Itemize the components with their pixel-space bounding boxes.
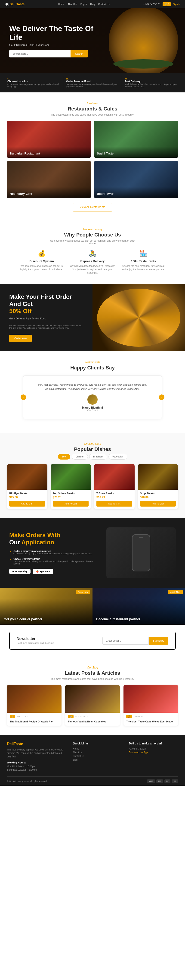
footer-link-home[interactable]: Home [73,748,122,750]
dish-name-sirloin: Top Sirloin Steaks [53,492,89,495]
step-num-2: 02. [66,78,119,80]
blog-meta-2: ☕ Nov 15, 2022 [65,713,120,719]
blog-grid: 🥧 Dec 21, 2022 The Traditional Recipe Of… [7,685,178,725]
nav-contact[interactable]: Contact Us [98,3,109,6]
restaurant-card-beer[interactable]: Beer Power [94,161,178,198]
add-to-cart-ribeye[interactable]: Add To Cart [9,501,45,507]
nav-home[interactable]: Home [58,3,65,6]
dish-price-tbone: $18.99 [96,496,132,499]
footer-link-blog[interactable]: Blog [73,759,122,761]
nav-signin[interactable]: Sign In [173,3,180,6]
promo-order-button[interactable]: Order Now [9,335,32,342]
discount-icon: 💰 [19,250,65,257]
partner-card-restaurant[interactable]: Become a restaurant partner Apply Now [93,588,185,625]
add-to-cart-strip[interactable]: Add To Cart [140,501,176,507]
hero-subtitle: Get It Delivered Right To Your Door. [9,43,176,46]
footer-brand: DeliTaste This food delivery app can you… [7,742,66,772]
restaurants-title: Restaurants & Cafes [7,106,178,112]
hero-burger-image [109,8,178,73]
blog-card-2[interactable]: ☕ Nov 15, 2022 Famous Vanilla Bean Cupca… [65,685,120,725]
dish-price-strip: $16.89 [140,496,176,499]
logo-text-1: Deli [9,2,16,6]
newsletter-submit-button[interactable]: Subscribe [149,637,168,644]
search-button[interactable]: Search [71,50,88,57]
blog-category-2: ☕ [68,715,74,718]
footer-link-about[interactable]: About Us [73,751,122,754]
app-title-highlight: Application [22,539,54,546]
restaurants-section: Featured Restaurants & Cafes The best re… [0,92,185,218]
testimonial-role: Our Client [37,409,148,412]
footer-logo: DeliTaste [7,742,66,746]
promo-subtitle: Get It Delivered Right To Your Door. [9,317,83,320]
blog-date-2: Nov 15, 2022 [75,715,88,718]
footer-top: DeliTaste This food delivery app can you… [7,742,178,776]
dish-price-ribeye: $15.00 [9,496,45,499]
app-store-button[interactable]: 🍎 App Store [33,569,53,574]
testimonials-title: Happy Clients Say [7,365,178,371]
blog-image-2 [65,685,120,713]
partner-title-2: Become a restaurant partner [96,617,181,621]
testimonials-section: Testimonials Happy Clients Say ‹ Very fa… [0,352,185,433]
testimonial-prev-button[interactable]: ‹ [21,395,26,400]
dishes-label: Chasing taste [7,442,178,445]
nav-pages[interactable]: Pages [81,3,87,6]
newsletter-box: Newsletter Don't miss promotions and dis… [9,632,176,650]
why-item-desc-2: We'll delivered the food when you first … [70,264,115,275]
partner-card-courier[interactable]: Get you a courier partner Apply Now [0,588,93,625]
logo[interactable]: 🍽️ DeliTaste [5,2,25,6]
partner-apply-btn-1[interactable]: Apply Now [76,590,90,594]
why-item-title-1: Discount System [19,259,65,263]
newsletter-title: Newsletter [17,637,55,641]
dish-info-ribeye: Rib-Eye Steaks $15.00 Add To Cart [7,490,47,509]
step-title-3: Fast Delivery [125,80,178,83]
nav-about[interactable]: About Us [68,3,77,6]
blog-card-1[interactable]: 🥧 Dec 21, 2022 The Traditional Recipe Of… [7,685,62,725]
footer-phone: +1-94 647 52 25 [129,748,178,750]
google-play-icon: ▶ [13,570,14,573]
dish-card-ribeye: Rib-Eye Steaks $15.00 Add To Cart [7,464,47,509]
partner-apply-btn-2[interactable]: Apply Now [168,590,183,594]
promo-title: Make Your First Order And Get 50% Off [9,293,83,315]
app-feature-title-2: Check Delivery Status [13,557,97,560]
newsletter-email-input[interactable] [103,637,149,644]
add-to-cart-sirloin[interactable]: Add To Cart [53,501,89,507]
step-3: 03. Fast Delivery We'll deliver the food… [122,76,180,90]
tab-breakfast[interactable]: Breakfast [89,454,107,460]
view-more-button[interactable]: View All Restaurants [73,203,112,212]
card-overlay-3: Hot Pastry Cafe [7,187,91,198]
blog-card-3[interactable]: 🍒 Oct 08, 2022 The Most Tasty Cake We've… [123,685,178,725]
add-to-cart-tbone[interactable]: Add To Cart [96,501,132,507]
footer-link-contact[interactable]: Contact Us [73,755,122,757]
footer-download-app[interactable]: Download the App [129,751,178,754]
tab-chicken[interactable]: Chicken [72,454,88,460]
nav-blog[interactable]: Blog [90,3,95,6]
delivery-icon: 🚴 [70,250,115,257]
restaurant-name-1: Bulgarian Restaurant [10,152,40,155]
app-feature-2: ✓ Check Delivery Status You can check th… [9,557,97,565]
testimonial-avatar [87,395,98,405]
dish-image-sirloin [51,464,91,490]
restaurant-card-bulgarian[interactable]: Bulgarian Restaurant [7,121,91,158]
testimonial-next-button[interactable]: › [159,395,164,400]
dish-info-sirloin: Top Sirloin Steaks $23.25 Add To Cart [51,490,91,509]
footer-col-contact: Deli us to make an order! +1-94 647 52 2… [129,742,178,772]
search-input[interactable] [9,50,71,57]
hero-title: We Deliver The Taste Of Life [9,24,97,42]
steps-bar: 01. Choose Location Choose the location … [0,73,185,92]
newsletter-section: Newsletter Don't miss promotions and dis… [0,625,185,657]
google-play-button[interactable]: ▶ Google Play [9,569,30,574]
tab-vegetarian[interactable]: Vegetarian [109,454,127,460]
step-title-1: Choose Location [7,80,60,83]
dish-image-strip [138,464,178,490]
tab-beef[interactable]: Beef [58,454,71,460]
restaurant-card-sushi[interactable]: Sushi Taste [94,121,178,158]
footer-hours-row-2: Saturday: 10:00am – 6:00pm [7,768,66,771]
restaurant-card-pastry[interactable]: Hot Pastry Cafe [7,161,91,198]
promo-desc: We'll delivered food from you first time… [9,325,83,329]
nav-cart[interactable]: 🛒 0 [163,2,171,6]
dishes-title: Popular Dishes [7,446,178,452]
phone-mockup [132,535,150,571]
testimonial-name: Marco Blauthini [37,406,148,409]
blog-label: Our Blog [7,666,178,669]
app-feature-title-1: Order and pay in a few minutes [13,550,93,552]
